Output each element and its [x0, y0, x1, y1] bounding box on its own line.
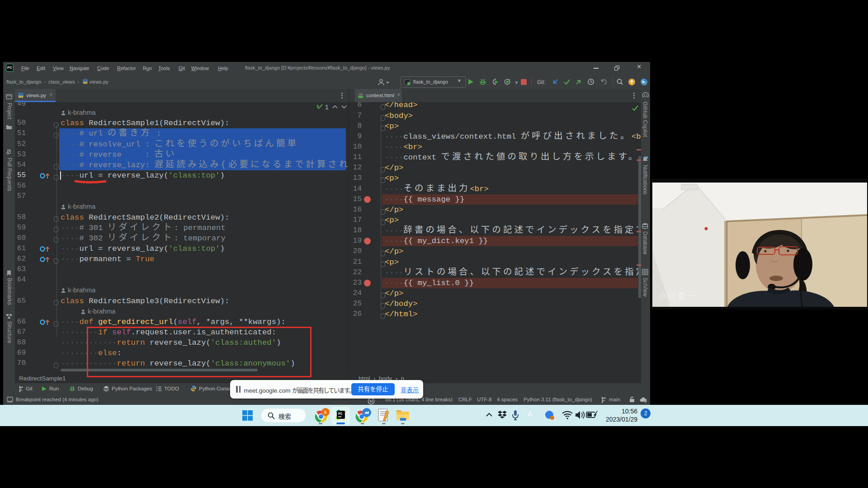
svg-text:</>: </> — [359, 93, 363, 96]
svg-text:小川慶一: 小川慶一 — [659, 292, 697, 300]
svg-text:PC: PC — [338, 412, 343, 416]
